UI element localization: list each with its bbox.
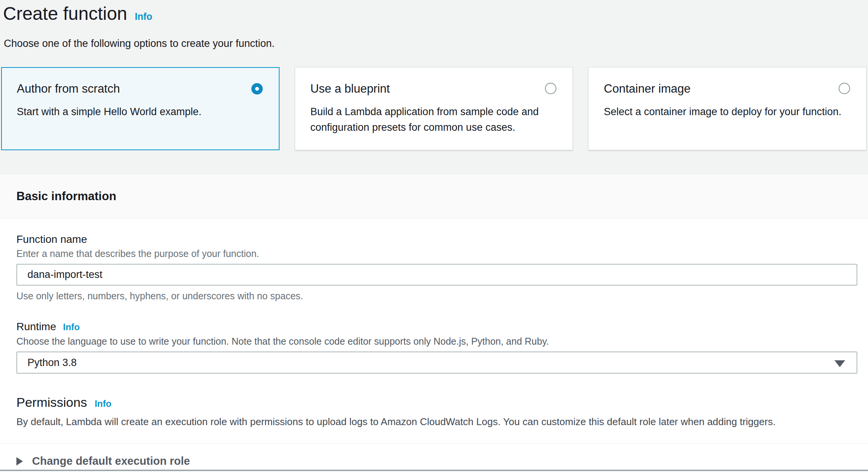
basic-information-heading: Basic information bbox=[16, 189, 116, 203]
page-title: Create function bbox=[3, 3, 127, 24]
radio-unselected-icon[interactable] bbox=[839, 83, 850, 94]
function-name-description: Enter a name that describes the purpose … bbox=[16, 248, 857, 259]
dropdown-caret-icon bbox=[834, 360, 845, 367]
option-card-use-a-blueprint[interactable]: Use a blueprint Build a Lambda applicati… bbox=[295, 67, 573, 150]
create-function-info-link[interactable]: Info bbox=[135, 11, 153, 22]
runtime-label: Runtime bbox=[16, 321, 56, 333]
function-name-constraint: Use only letters, numbers, hyphens, or u… bbox=[16, 291, 857, 302]
permissions-description: By default, Lambda will create an execut… bbox=[16, 416, 857, 428]
option-card-description: Select a container image to deploy for y… bbox=[604, 104, 848, 120]
option-card-description: Build a Lambda application from sample c… bbox=[310, 104, 555, 135]
option-card-author-from-scratch[interactable]: Author from scratch Start with a simple … bbox=[1, 67, 280, 150]
option-card-description: Start with a simple Hello World example. bbox=[17, 104, 261, 120]
permissions-heading: Permissions bbox=[16, 395, 87, 410]
option-card-container-image[interactable]: Container image Select a container image… bbox=[588, 67, 866, 150]
change-default-execution-role-expander[interactable]: Change default execution role bbox=[16, 455, 857, 467]
creation-option-cards: Author from scratch Start with a simple … bbox=[1, 67, 866, 150]
expander-label: Change default execution role bbox=[32, 455, 190, 467]
basic-information-panel: Function name Enter a name that describe… bbox=[0, 219, 868, 471]
runtime-info-link[interactable]: Info bbox=[63, 322, 80, 332]
function-name-label: Function name bbox=[16, 233, 857, 246]
permissions-info-link[interactable]: Info bbox=[95, 398, 111, 409]
page-header: Create function Info Choose one of the f… bbox=[0, 0, 868, 50]
function-name-input[interactable] bbox=[16, 264, 857, 286]
runtime-description: Choose the language to use to write your… bbox=[16, 336, 857, 347]
runtime-selected-value: Python 3.8 bbox=[27, 357, 77, 369]
radio-selected-icon[interactable] bbox=[251, 83, 263, 95]
page-subtitle: Choose one of the following options to c… bbox=[4, 38, 868, 50]
expand-triangle-icon bbox=[16, 457, 23, 466]
section-divider bbox=[0, 443, 868, 443]
runtime-select[interactable]: Python 3.8 bbox=[16, 352, 857, 374]
option-card-title: Container image bbox=[604, 82, 851, 96]
option-card-title: Author from scratch bbox=[17, 82, 264, 96]
option-card-title: Use a blueprint bbox=[310, 82, 558, 96]
basic-information-header: Basic information bbox=[0, 174, 868, 219]
